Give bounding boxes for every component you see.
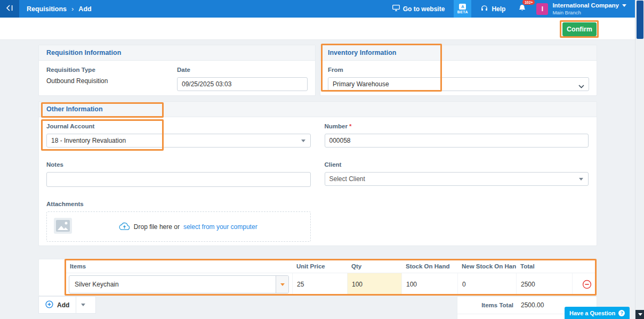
- item-row: Silver Keychain 25 100 100 0 2500: [66, 273, 597, 296]
- requisition-type-label: Requisition Type: [46, 67, 177, 73]
- journal-account-value: 18 - Inventory Revaluation: [51, 137, 126, 144]
- row-action-cell: [572, 273, 597, 296]
- breadcrumb: Requisitions › Add: [27, 5, 92, 13]
- scrollbar-down-arrow[interactable]: [635, 310, 644, 319]
- add-item-label: Add: [57, 301, 69, 309]
- top-bar-right: Go to website A BETA Help 102+ I: [387, 0, 635, 18]
- other-information-body: Journal Account 18 - Inventory Revaluati…: [39, 117, 597, 256]
- column-header-new-stock-on-hand: New Stock On Hand: [457, 263, 516, 269]
- go-to-website-link[interactable]: Go to website: [392, 5, 445, 13]
- inventory-information-card: Inventory Information From Primary Wareh…: [320, 45, 597, 96]
- from-label: From: [328, 67, 589, 73]
- item-select-value: Silver Keychain: [69, 276, 276, 293]
- cloud-upload-icon: [119, 222, 130, 232]
- have-a-question-label: Have a Question: [569, 310, 615, 316]
- date-label: Date: [177, 67, 308, 73]
- company-menu[interactable]: I International Company Main Branch: [536, 2, 626, 15]
- requisition-add-page: Requisitions › Add Go to website A BETA …: [0, 0, 644, 319]
- items-total-label: Items Total: [457, 302, 513, 308]
- select-from-computer-link[interactable]: select from your computer: [183, 223, 257, 231]
- stock-on-hand-cell: 100: [401, 273, 457, 296]
- requisition-information-title: Requisition Information: [39, 45, 315, 61]
- date-field: Date: [177, 67, 308, 91]
- caret-down-icon: [301, 140, 305, 142]
- dropzone-text: Drop file here or: [134, 223, 180, 231]
- other-information-card: Other Information Journal Account 18 - I…: [38, 101, 597, 246]
- date-input[interactable]: [177, 77, 308, 91]
- website-monitor-icon: [392, 5, 400, 13]
- action-bar: [0, 18, 635, 40]
- requisition-type-value: Outbound Requisition: [46, 77, 108, 85]
- add-item-button[interactable]: Add: [39, 297, 76, 313]
- add-options-dropdown-button[interactable]: [76, 297, 90, 313]
- number-label: Number*: [325, 123, 589, 129]
- unit-price-cell[interactable]: 25: [292, 273, 347, 296]
- item-select[interactable]: Silver Keychain: [69, 275, 289, 293]
- help-button[interactable]: Help: [480, 4, 505, 14]
- breadcrumb-requisitions[interactable]: Requisitions: [27, 5, 67, 13]
- select-chevron-icon: [578, 83, 584, 90]
- qty-cell[interactable]: 100: [347, 273, 401, 296]
- company-avatar: I: [536, 3, 548, 15]
- journal-account-select[interactable]: 18 - Inventory Revaluation: [46, 134, 311, 148]
- client-label: Client: [325, 161, 589, 168]
- attachments-dropzone[interactable]: Drop file here or select from your compu…: [46, 211, 311, 242]
- vertical-scrollbar: [635, 0, 644, 319]
- client-placeholder: Select Client: [329, 175, 365, 183]
- confirm-button[interactable]: Confirm: [562, 22, 597, 36]
- scrollbar-thumb[interactable]: [637, 1, 643, 39]
- client-select[interactable]: Select Client: [325, 172, 589, 186]
- bell-icon: [518, 4, 526, 14]
- requisition-type-field: Requisition Type Outbound Requisition: [46, 67, 177, 91]
- requisition-information-card: Requisition Information Requisition Type…: [38, 45, 316, 96]
- item-select-caret-button[interactable]: [276, 276, 288, 293]
- from-warehouse-select[interactable]: Primary Warehouse: [328, 77, 589, 91]
- question-mark-icon: ?: [618, 310, 625, 316]
- triangle-down-icon: [638, 313, 642, 316]
- journal-account-label: Journal Account: [46, 123, 311, 129]
- new-stock-on-hand-cell: 0: [457, 273, 516, 296]
- notes-input[interactable]: [46, 172, 311, 187]
- collapse-arrow-icon: [5, 4, 14, 13]
- plus-circle-icon: [45, 300, 53, 310]
- beta-flask-icon: A: [459, 4, 466, 10]
- top-bar: Requisitions › Add Go to website A BETA …: [0, 0, 635, 18]
- help-label: Help: [492, 5, 505, 13]
- column-header-stock-on-hand: Stock On Hand: [401, 263, 457, 269]
- attachments-field: Attachments Drop file here or select fro…: [46, 201, 311, 242]
- image-placeholder-icon: [53, 217, 73, 236]
- column-header-total: Total: [516, 263, 572, 269]
- required-asterisk: *: [349, 123, 351, 129]
- dropzone-text-group: Drop file here or select from your compu…: [73, 222, 304, 232]
- chevron-down-icon: [622, 4, 626, 7]
- number-input[interactable]: [325, 134, 589, 148]
- beta-badge[interactable]: A BETA: [454, 0, 471, 18]
- requisition-information-body: Requisition Type Outbound Requisition Da…: [39, 61, 315, 97]
- notifications-button[interactable]: 102+: [518, 4, 526, 14]
- inventory-information-title: Inventory Information: [320, 45, 597, 61]
- other-information-title: Other Information: [39, 102, 597, 117]
- headset-icon: [480, 4, 488, 14]
- company-name: International Company: [552, 2, 619, 10]
- sidebar-collapse-button[interactable]: [0, 0, 19, 18]
- items-table: Items Unit Price Qty Stock On Hand New S…: [66, 259, 597, 296]
- caret-down-icon: [81, 304, 85, 306]
- column-header-items: Items: [66, 263, 292, 269]
- beta-label: BETA: [457, 10, 468, 14]
- column-header-unit-price: Unit Price: [292, 263, 347, 269]
- notes-label: Notes: [46, 161, 311, 168]
- items-table-header: Items Unit Price Qty Stock On Hand New S…: [66, 259, 597, 273]
- company-branch: Main Branch: [552, 10, 626, 15]
- remove-row-icon[interactable]: [582, 280, 592, 289]
- company-text: International Company Main Branch: [552, 2, 626, 15]
- items-table-card: Items Unit Price Qty Stock On Hand New S…: [38, 259, 597, 296]
- breadcrumb-separator: ›: [71, 5, 74, 13]
- from-warehouse-value: Primary Warehouse: [333, 80, 389, 88]
- inventory-information-body: From Primary Warehouse: [320, 61, 597, 97]
- have-a-question-button[interactable]: Have a Question ?: [565, 307, 630, 319]
- go-to-website-label: Go to website: [403, 5, 445, 13]
- caret-down-icon: [280, 283, 285, 286]
- caret-down-icon: [579, 178, 583, 181]
- items-total-value: 2500.00: [513, 301, 544, 309]
- notes-field: Notes: [46, 161, 311, 187]
